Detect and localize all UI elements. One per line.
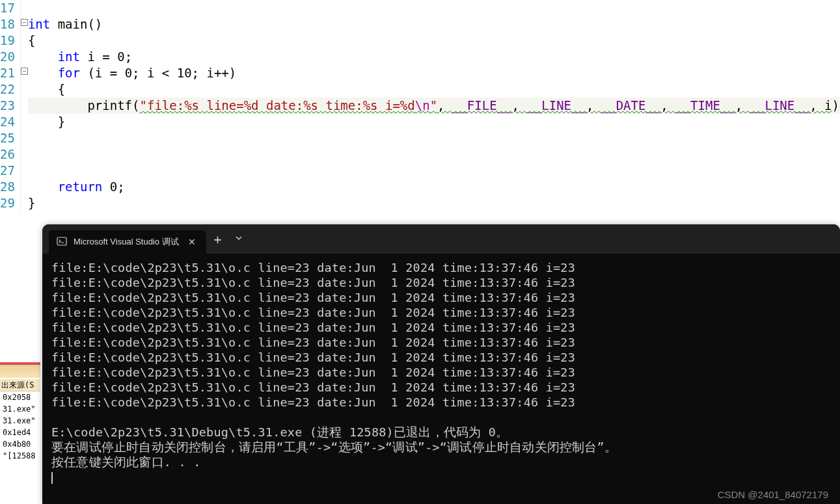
fold-column[interactable] [21, 0, 28, 211]
code-editor[interactable]: 17181920212223242526272829 int main(){ i… [0, 0, 840, 211]
output-panel-header: 出来源(S [0, 379, 40, 391]
output-panel-row: 0x4b80 [1, 438, 40, 450]
terminal-tab-title: Microsoft Visual Studio 调试 [74, 236, 179, 248]
terminal-window[interactable]: Microsoft Visual Studio 调试 ✕ + file:E:\c… [42, 224, 840, 504]
terminal-tab[interactable]: Microsoft Visual Studio 调试 ✕ [49, 230, 206, 254]
svg-rect-0 [57, 237, 66, 245]
terminal-output[interactable]: file:E:\code\2p23\t5.31\o.c line=23 date… [42, 254, 840, 491]
output-panel-row: 0x1ed4 [1, 427, 40, 438]
output-panel-row: 31.exe" [1, 403, 40, 415]
line-number-gutter: 17181920212223242526272829 [0, 0, 21, 211]
output-panel-row: 0x2058 [1, 391, 40, 403]
terminal-titlebar[interactable]: Microsoft Visual Studio 调试 ✕ + [42, 224, 840, 254]
close-tab-button[interactable]: ✕ [185, 237, 198, 247]
code-content[interactable]: int main(){ int i = 0; for (i = 0; i < 1… [28, 0, 840, 211]
watermark: CSDN @2401_84072179 [718, 489, 828, 500]
output-panel-fragment: 出来源(S 0x205831.exe"31.exe"0x1ed40x4b80"[… [0, 362, 40, 462]
tab-dropdown-button[interactable] [230, 234, 248, 244]
output-panel-row: "[12588 [1, 450, 40, 462]
new-tab-button[interactable]: + [206, 232, 230, 247]
terminal-icon [57, 236, 67, 248]
output-panel-row: 31.exe" [1, 415, 40, 427]
